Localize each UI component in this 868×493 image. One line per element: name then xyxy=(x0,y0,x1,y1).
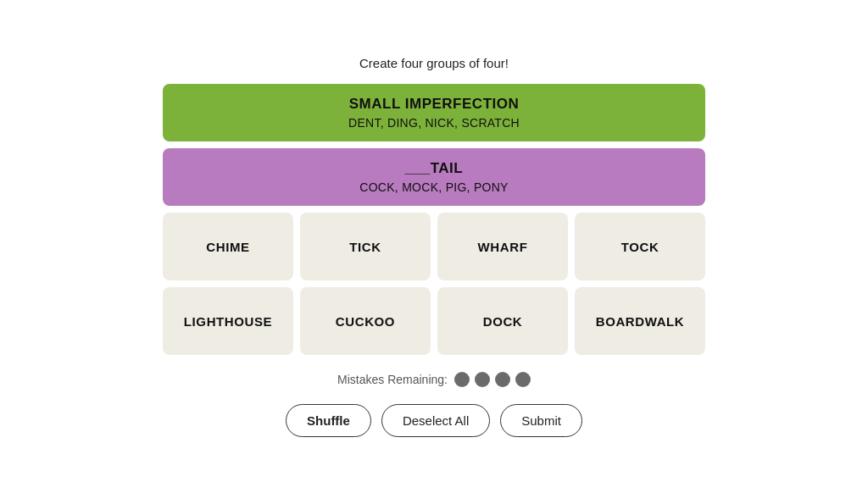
solved-group-purple: ___TAILCOCK, MOCK, PIG, PONY xyxy=(163,148,705,206)
buttons-row: Shuffle Deselect All Submit xyxy=(286,404,582,437)
shuffle-button[interactable]: Shuffle xyxy=(286,404,371,437)
deselect-all-button[interactable]: Deselect All xyxy=(381,404,490,437)
tile-dock[interactable]: DOCK xyxy=(437,287,568,355)
tiles-grid: CHIMETICKWHARFTOCKLIGHTHOUSECUCKOODOCKBO… xyxy=(163,213,705,355)
mistake-dot-4 xyxy=(515,372,531,387)
tile-boardwalk[interactable]: BOARDWALK xyxy=(575,287,705,355)
tile-lighthouse[interactable]: LIGHTHOUSE xyxy=(163,287,293,355)
dots-container xyxy=(454,372,531,387)
solved-group-green: SMALL IMPERFECTIONDENT, DING, NICK, SCRA… xyxy=(163,84,705,141)
game-container: Create four groups of four! SMALL IMPERF… xyxy=(163,56,705,437)
submit-button[interactable]: Submit xyxy=(500,404,582,437)
tile-chime[interactable]: CHIME xyxy=(163,213,293,280)
mistake-dot-2 xyxy=(475,372,490,387)
solved-group-words-green: DENT, DING, NICK, SCRATCH xyxy=(180,116,688,130)
mistake-dot-3 xyxy=(495,372,510,387)
solved-group-title-green: SMALL IMPERFECTION xyxy=(180,96,688,113)
mistakes-row: Mistakes Remaining: xyxy=(337,372,531,387)
mistakes-label: Mistakes Remaining: xyxy=(337,373,448,386)
tile-wharf[interactable]: WHARF xyxy=(437,213,568,280)
mistake-dot-1 xyxy=(454,372,470,387)
solved-group-title-purple: ___TAIL xyxy=(180,160,688,177)
instructions-text: Create four groups of four! xyxy=(359,56,509,70)
solved-group-words-purple: COCK, MOCK, PIG, PONY xyxy=(180,180,688,194)
tile-cuckoo[interactable]: CUCKOO xyxy=(300,287,431,355)
tile-tick[interactable]: TICK xyxy=(300,213,431,280)
tile-tock[interactable]: TOCK xyxy=(575,213,705,280)
solved-groups-container: SMALL IMPERFECTIONDENT, DING, NICK, SCRA… xyxy=(163,84,705,213)
